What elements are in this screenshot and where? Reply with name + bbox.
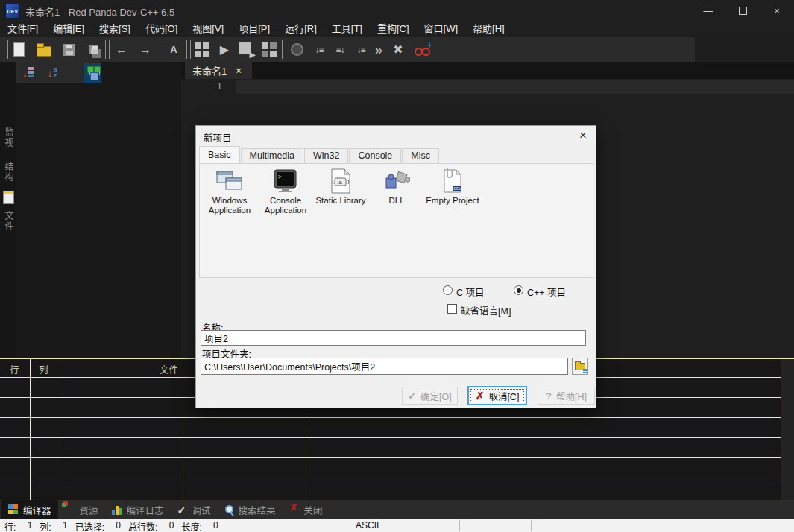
template-windows-application[interactable]: Windows Application [202,166,257,215]
project-name-input[interactable] [201,330,586,346]
help-button[interactable]: ? 帮助[H] [538,387,595,405]
save-all-button[interactable] [84,40,103,59]
step-over-button[interactable]: ↓≡ [309,40,329,59]
save-button[interactable] [60,40,79,59]
compile-button[interactable] [192,40,212,59]
tab-close-icon[interactable]: × [236,65,242,76]
sidebar-tab-files[interactable]: 文件 [2,211,15,232]
panel-toolbar-spacer [101,62,181,83]
menu-window[interactable]: 窗口[W] [417,22,466,37]
save-all-icon [89,45,98,54]
encoding-indicator[interactable]: ASCII [356,520,379,531]
menu-search[interactable]: 搜索[S] [92,22,138,37]
radio-cpp-project-label[interactable]: C++ 项目 [527,285,566,299]
continue-button[interactable]: » [369,40,388,59]
tab-compile-log[interactable]: 编译日志 [105,500,171,519]
new-file-button[interactable] [9,40,28,59]
tab-console[interactable]: Console [349,148,401,163]
cancel-button[interactable]: ✗ 取消[C] [467,386,527,405]
browse-folder-button[interactable] [572,358,588,375]
sort-by-type-button[interactable]: ↓ [19,63,37,81]
template-static-library[interactable]: .a Static Library [313,166,368,206]
menu-view[interactable]: 视图[V] [185,22,231,37]
tab-basic[interactable]: Basic [199,146,240,163]
minimize-button[interactable]: — [691,0,725,21]
project-folder-input[interactable] [201,358,568,375]
open-button[interactable] [34,40,54,59]
class-browser-panel[interactable] [16,83,181,358]
tab-search-results[interactable]: 搜索结果 [218,500,283,519]
radio-c-project[interactable] [443,285,453,295]
radio-cpp-project[interactable] [514,285,523,295]
maximize-button[interactable] [725,0,760,21]
toolbar-spacer [695,37,794,62]
svg-text:>_: >_ [278,174,286,180]
tab-label: 资源 [80,503,98,517]
menu-tools[interactable]: 工具[T] [324,22,370,37]
tab-debug[interactable]: ✓ 调试 [171,500,218,519]
tab-multimedia[interactable]: Multimedia [241,148,303,163]
toolbar-grip[interactable] [186,40,191,59]
col-label: 列: [40,520,51,532]
template-label: Console Application [258,196,313,215]
rebuild-icon [262,42,277,57]
stop-button[interactable]: ✖ [388,40,408,59]
template-panel: Windows Application >_ Console Applicati… [199,163,593,278]
minimize-icon: — [704,5,713,16]
menu-edit[interactable]: 编辑[E] [45,22,92,37]
compiler-tab-icon [8,504,19,515]
step-out-button[interactable]: ↓≡ [351,40,371,59]
sidebar-tab-watch[interactable]: 监视 [2,127,15,148]
empty-project-icon: DEV [425,166,480,196]
toolbar-grip[interactable] [105,40,110,59]
back-button[interactable]: ← [112,40,131,59]
sidebar-tab-structure[interactable]: 结构 [2,162,15,183]
tab-misc[interactable]: Misc [402,148,439,163]
step-into-button[interactable]: ≡↓ [330,40,350,59]
toolbar-grip[interactable] [4,40,8,59]
menu-code[interactable]: 代码[O] [138,22,185,37]
tab-resources[interactable]: 资源 [58,500,105,519]
tab-compiler[interactable]: 编译器 [1,500,58,519]
app-icon: DEV [5,4,20,19]
class-browser-toolbar: ↓ ↓az [16,62,101,83]
forward-button[interactable]: → [136,40,155,59]
cancel-button-label: 取消[C] [488,389,519,403]
sort-alpha-button[interactable]: ↓az [43,63,61,81]
close-icon: × [774,5,780,16]
default-language-label[interactable]: 缺省语言[M] [461,303,511,317]
find-in-files-button[interactable]: A [164,40,183,59]
radio-c-project-label[interactable]: C 项目 [456,285,485,299]
menu-help[interactable]: 帮助[H] [465,22,512,37]
menu-file[interactable]: 文件[F] [0,22,45,37]
debug-button[interactable] [287,40,306,59]
save-icon [63,44,75,56]
svg-text:.a: .a [337,179,342,186]
output-scrollbar[interactable] [781,359,794,501]
template-dll[interactable]: DLL [369,166,424,206]
close-tab-icon [289,504,300,515]
dialog-close-button[interactable]: × [579,129,587,142]
rebuild-button[interactable] [259,40,279,59]
tab-close-panel[interactable]: 关闭 [283,500,330,519]
sidebar-file-icon [3,191,14,204]
menu-refactor[interactable]: 重构[C] [370,22,417,37]
total-lines-label: 总行数: [128,520,157,532]
compile-run-button[interactable]: ▶ [237,40,256,59]
menu-run[interactable]: 运行[R] [277,22,324,37]
default-language-checkbox[interactable] [447,304,457,314]
ok-button[interactable]: ✓ 确定[O] [402,387,458,405]
editor-tab[interactable]: 未命名1 × [185,62,252,79]
line-number: 1 [181,80,222,92]
menu-project[interactable]: 项目[P] [231,22,277,37]
run-icon: ▶ [220,44,229,56]
toolbar-grip[interactable] [282,40,286,59]
template-console-application[interactable]: >_ Console Application [258,166,313,215]
tab-win32[interactable]: Win32 [304,148,348,163]
close-button[interactable]: × [760,0,794,21]
cancel-icon: ✗ [476,390,485,402]
add-watch-button[interactable]: + [412,40,432,59]
template-empty-project[interactable]: DEV Empty Project [425,166,480,206]
maximize-icon [739,7,747,15]
run-button[interactable]: ▶ [215,40,234,59]
